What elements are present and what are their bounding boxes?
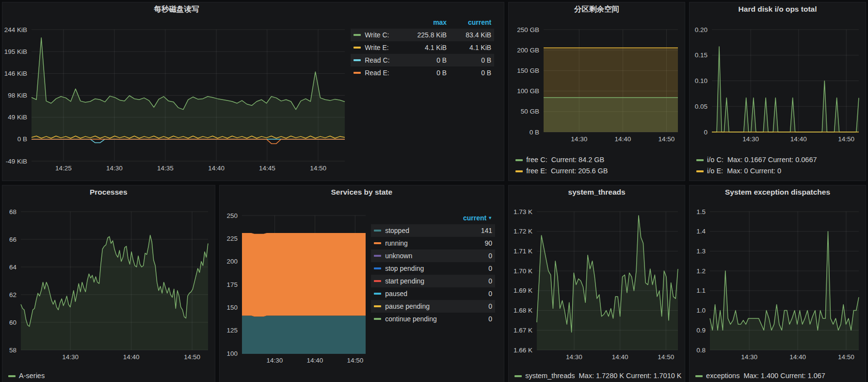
- svg-text:0.10: 0.10: [695, 77, 707, 84]
- svg-text:150 GB: 150 GB: [517, 67, 539, 74]
- svg-text:58: 58: [9, 347, 16, 354]
- series-color-dash: [354, 59, 361, 61]
- series-value: 4.1 KiB: [447, 44, 491, 51]
- series-name[interactable]: stopped: [385, 227, 448, 234]
- series-value: 0: [448, 265, 492, 272]
- series-name[interactable]: stop pending: [385, 265, 448, 272]
- series-name[interactable]: Read E:: [365, 69, 402, 77]
- legend-line: free C:Current: 84.2 GB: [515, 154, 685, 166]
- series-stats: Max: 1.400 Current: 1.067: [743, 372, 825, 380]
- svg-text:146 KiB: 146 KiB: [4, 70, 27, 77]
- series-name[interactable]: Write E:: [365, 44, 402, 51]
- svg-text:-49 KiB: -49 KiB: [6, 158, 27, 165]
- svg-text:14:40: 14:40: [789, 353, 806, 361]
- panel-title-disk-rw[interactable]: 每秒磁盘读写: [2, 2, 351, 16]
- series-color-dash: [354, 47, 361, 49]
- svg-text:100 GB: 100 GB: [517, 87, 539, 95]
- legend-line: i/o E:Max: 0 Current: 0: [696, 166, 866, 177]
- legend-sort-max[interactable]: max: [402, 18, 447, 26]
- series-color-dash: [354, 72, 361, 74]
- series-name[interactable]: A-series: [19, 372, 45, 380]
- series-stats: Current: 205.6 GB: [551, 167, 608, 175]
- legend-row: start pending0: [371, 275, 495, 287]
- series-value: 0: [448, 277, 492, 285]
- svg-text:62: 62: [9, 291, 16, 299]
- legend-line: A-series: [8, 370, 215, 382]
- series-stats: Max: 0.1667 Current: 0.0667: [727, 156, 817, 164]
- series-name[interactable]: continue pending: [385, 315, 448, 323]
- svg-text:0: 0: [704, 129, 708, 136]
- partition-free-space-chart[interactable]: 250 GB200 GB150 GB100 GB50 GB0 B14:3014:…: [509, 16, 685, 151]
- series-name[interactable]: unknown: [385, 252, 448, 260]
- svg-text:244 KiB: 244 KiB: [4, 26, 27, 33]
- legend-sort-current[interactable]: current: [447, 18, 491, 26]
- series-name[interactable]: system_threads: [525, 372, 575, 380]
- hard-disk-io-ops-chart[interactable]: 0.200.150.100.05014:3014:4014:50: [690, 16, 866, 151]
- svg-text:0.05: 0.05: [695, 103, 707, 110]
- series-name[interactable]: paused: [385, 290, 448, 298]
- series-stats: Max: 1.7280 K Current: 1.7010 K: [579, 372, 682, 380]
- panel-title-partition-free-space[interactable]: 分区剩余空间: [509, 2, 685, 16]
- svg-text:225: 225: [226, 235, 238, 242]
- legend-row: paused0: [371, 287, 495, 300]
- series-name[interactable]: pause pending: [385, 302, 448, 310]
- series-value: 0 B: [447, 56, 491, 64]
- panel-partition-free-space: 分区剩余空间 250 GB200 GB150 GB100 GB50 GB0 B1…: [508, 2, 685, 181]
- svg-text:0 B: 0 B: [530, 129, 539, 136]
- svg-text:1.68 K: 1.68 K: [514, 307, 532, 314]
- system-threads-legend: system_threadsMax: 1.7280 K Current: 1.7…: [509, 366, 685, 382]
- panel-title-services-by-state[interactable]: Services by state: [220, 185, 504, 199]
- svg-text:1.0: 1.0: [696, 307, 706, 314]
- series-color-dash: [374, 293, 381, 295]
- series-value: 0 B: [447, 69, 491, 77]
- svg-text:1.1: 1.1: [696, 287, 706, 294]
- svg-text:195 KiB: 195 KiB: [4, 48, 27, 55]
- svg-text:14:45: 14:45: [259, 165, 275, 172]
- svg-text:250 GB: 250 GB: [517, 26, 539, 33]
- series-value: 4.1 KiB: [402, 44, 447, 51]
- services-by-state-chart[interactable]: 25022520017515012510014:3014:4014:50: [220, 199, 371, 382]
- series-value: 0: [448, 290, 492, 298]
- panel-title-hard-disk-io-ops[interactable]: Hard disk i/o ops total: [690, 2, 866, 16]
- series-value: 90: [448, 239, 492, 247]
- series-name[interactable]: Write C:: [365, 31, 402, 39]
- services-by-state-legend-table: current▼stopped141running90unknown0stop …: [371, 212, 495, 325]
- panel-title-exception-dispatches[interactable]: System exception dispatches: [690, 185, 866, 199]
- series-name[interactable]: i/o E:: [707, 167, 723, 175]
- processes-legend: A-series: [2, 366, 215, 382]
- exception-dispatches-chart[interactable]: 1.51.41.31.21.11.00.90.814:3014:4014:50: [690, 199, 866, 366]
- svg-text:125: 125: [226, 327, 238, 334]
- series-color-dash: [515, 159, 523, 161]
- series-name[interactable]: Read C:: [365, 56, 402, 64]
- series-name[interactable]: free E:: [526, 167, 547, 175]
- svg-text:0.9: 0.9: [696, 327, 706, 334]
- panel-title-system-threads[interactable]: system_threads: [509, 185, 685, 199]
- series-name[interactable]: start pending: [385, 277, 448, 285]
- system-threads-chart[interactable]: 1.73 K1.72 K1.71 K1.70 K1.69 K1.68 K1.67…: [509, 199, 685, 366]
- series-name[interactable]: free C:: [526, 156, 547, 164]
- svg-text:14:50: 14:50: [838, 353, 854, 361]
- processes-chart[interactable]: 68666462605814:3014:4014:50: [2, 199, 215, 366]
- series-name[interactable]: exceptions: [706, 372, 739, 380]
- panel-title-processes[interactable]: Processes: [2, 185, 215, 199]
- series-name[interactable]: running: [385, 239, 448, 247]
- svg-text:14:50: 14:50: [184, 353, 200, 361]
- svg-text:14:25: 14:25: [55, 165, 72, 172]
- series-value: 0: [448, 252, 492, 260]
- svg-text:14:50: 14:50: [310, 165, 326, 172]
- svg-text:14:30: 14:30: [741, 353, 757, 361]
- svg-text:98 KiB: 98 KiB: [8, 92, 27, 99]
- svg-text:1.69 K: 1.69 K: [514, 287, 532, 294]
- series-color-dash: [8, 375, 16, 377]
- svg-text:150: 150: [226, 304, 238, 311]
- svg-text:14:40: 14:40: [790, 135, 807, 143]
- series-color-dash: [374, 280, 381, 282]
- disk-rw-chart[interactable]: 244 KiB195 KiB146 KiB98 KiB49 KiB0 B-49 …: [2, 16, 351, 181]
- legend-sort-current[interactable]: current▼: [448, 214, 492, 222]
- partition-free-space-legend: free C:Current: 84.2 GBfree E:Current: 2…: [509, 151, 685, 181]
- series-color-dash: [696, 159, 704, 161]
- series-color-dash: [374, 318, 381, 320]
- series-color-dash: [374, 230, 381, 232]
- series-name[interactable]: i/o C:: [707, 156, 723, 164]
- svg-text:64: 64: [9, 264, 17, 271]
